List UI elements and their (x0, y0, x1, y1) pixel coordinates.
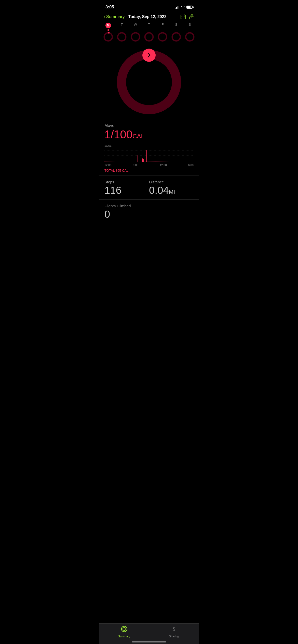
status-time: 3:05 (105, 5, 114, 10)
nav-header: ‹ Summary Today, Sep 12, 2022 (99, 13, 199, 23)
ring-small-sat (171, 32, 181, 42)
svg-rect-6 (184, 17, 185, 17)
ring-small-sun (185, 32, 195, 42)
distance-item: Distance 0.04MI (149, 180, 194, 195)
svg-point-11 (104, 33, 112, 41)
wifi-icon (181, 6, 185, 9)
day-col-tue[interactable]: T (117, 23, 127, 42)
back-chevron-icon: ‹ (103, 14, 105, 20)
chart-time-1: 12:00 (104, 164, 112, 167)
move-unit: CAL (132, 133, 144, 140)
chart-area (104, 148, 194, 163)
svg-rect-5 (183, 17, 183, 17)
svg-point-13 (118, 33, 126, 41)
day-letter-sun: S (186, 23, 193, 27)
svg-rect-29 (148, 152, 148, 162)
total-cal-label: TOTAL 895 CAL (99, 168, 199, 175)
chart-time-4: 6:00 (188, 164, 194, 167)
week-days-row: M T W T (99, 23, 199, 44)
distance-label: Distance (149, 180, 194, 184)
svg-point-19 (121, 55, 177, 110)
day-col-mon[interactable]: M (103, 23, 113, 42)
day-col-wed[interactable]: W (130, 23, 141, 42)
main-ring-container (99, 44, 199, 119)
svg-point-15 (145, 33, 153, 41)
svg-rect-27 (143, 159, 144, 162)
move-current: 1/100CAL (104, 129, 144, 140)
day-letter-tue: T (118, 23, 125, 27)
day-letter-sat: S (173, 23, 180, 27)
ring-small-wed (130, 32, 141, 42)
day-col-sat[interactable]: S (171, 23, 181, 42)
battery-icon (186, 6, 193, 9)
status-icons (175, 6, 193, 9)
stats-row: Steps 116 Distance 0.04MI (99, 175, 199, 199)
status-bar: 3:05 (99, 0, 199, 13)
svg-rect-25 (139, 157, 139, 162)
day-letter-fri: F (159, 23, 166, 27)
svg-point-14 (131, 33, 140, 41)
svg-point-16 (158, 33, 167, 41)
flights-value: 0 (104, 209, 194, 219)
nav-actions (180, 14, 195, 20)
next-button[interactable] (142, 49, 156, 62)
day-letter-thu: T (145, 23, 153, 27)
steps-item: Steps 116 (104, 180, 149, 195)
move-label: Move (104, 123, 194, 128)
svg-rect-7 (182, 18, 182, 18)
svg-rect-28 (146, 150, 147, 162)
nav-title: Today, Sep 12, 2022 (116, 14, 178, 19)
chart-svg (104, 148, 194, 163)
svg-rect-26 (142, 158, 143, 162)
flights-label: Flights Climbed (104, 204, 194, 208)
chart-time-3: 12:00 (160, 164, 167, 167)
day-letter-wed: W (132, 23, 139, 27)
day-col-thu[interactable]: T (144, 23, 154, 42)
day-dot-mon (107, 29, 109, 31)
svg-rect-4 (182, 17, 182, 17)
distance-value: 0.04MI (149, 185, 194, 195)
svg-point-18 (186, 33, 194, 41)
svg-point-17 (172, 33, 180, 41)
day-col-fri[interactable]: F (157, 23, 168, 42)
move-section: Move 1/100CAL (99, 119, 199, 142)
day-letter-mon: M (105, 23, 111, 28)
chart-time-labels: 12:00 6:00 12:00 6:00 (104, 163, 194, 167)
flights-section: Flights Climbed 0 (99, 199, 199, 223)
svg-rect-24 (138, 155, 138, 162)
steps-label: Steps (104, 180, 149, 184)
ring-small-tue (117, 32, 127, 42)
signal-icon (175, 6, 179, 9)
steps-value: 116 (104, 185, 149, 195)
chart-time-2: 6:00 (133, 164, 138, 167)
ring-small-thu (144, 32, 154, 42)
chart-container: 1CAL 12:00 6:00 12:00 6:00 (99, 142, 199, 168)
distance-unit: MI (169, 189, 175, 195)
day-col-sun[interactable]: S (185, 23, 195, 42)
share-icon[interactable] (189, 14, 195, 20)
ring-small-mon (103, 32, 113, 42)
chart-top-label: 1CAL (104, 144, 194, 147)
ring-small-fri (157, 32, 168, 42)
calendar-icon[interactable] (180, 14, 186, 20)
svg-rect-8 (183, 18, 183, 18)
